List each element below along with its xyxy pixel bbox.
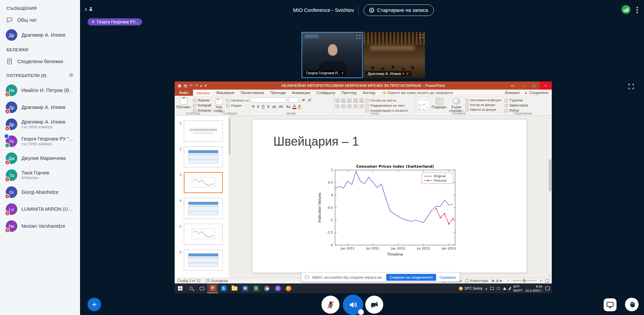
start-button[interactable] (175, 283, 186, 293)
taskbar-excel-icon[interactable]: X (251, 283, 261, 293)
webcam-tile-georgi[interactable]: Георги Георгиев Р...▾ (301, 32, 363, 78)
presentation-fullscreen-icon[interactable] (628, 84, 634, 91)
thumbnail-scrollbar[interactable] (228, 116, 231, 278)
webcam-tile-dragomir[interactable]: Драгомир А. Илиев▾ (364, 32, 425, 78)
toggle-userlist-button[interactable]: ‹ (85, 5, 94, 12)
user-list-item[interactable]: ТаТаня ГорчевМобилен (0, 167, 80, 184)
connection-status-icon[interactable] (622, 5, 630, 14)
slide-thumbnail-2[interactable]: 2 (177, 146, 231, 167)
ppt-tab[interactable]: Анимации (289, 90, 313, 96)
shape-gallery[interactable]: \ □ ○ △ ▭ ◇ ☆ ⇒ + ≈ ∞ ⊕ ▴▾ (417, 97, 430, 111)
tray-pen-icon[interactable] (509, 287, 511, 290)
font-format-button[interactable]: A (297, 104, 301, 109)
font-format-button[interactable]: S (266, 105, 270, 109)
close-button[interactable]: × (540, 81, 552, 90)
search-button[interactable] (186, 283, 196, 293)
user-list-item[interactable]: ГеГеорги Георгиев РУ "Ангел Кънч...със W… (0, 133, 80, 150)
view-switcher-icons[interactable]: ▦▤▶ (491, 279, 504, 282)
editing-item[interactable]: Търсене (505, 98, 528, 102)
raise-hand-button[interactable] (625, 298, 639, 311)
webcam-fullscreen-icon[interactable] (419, 34, 423, 40)
hide-notice-button[interactable]: Скриване (440, 275, 456, 279)
taskbar-clock[interactable]: 9:34 21.5.2022 г. (525, 284, 542, 293)
line-spacing-icon[interactable] (359, 99, 364, 103)
talking-indicator[interactable]: Георги Георгиев РУ... (87, 18, 142, 25)
ppt-tab[interactable]: Преходи (267, 90, 289, 96)
slideshow-icon[interactable]: ▸ (200, 84, 202, 88)
sidebar-item-private-chat[interactable]: Др Драгомир А. Илиев (0, 26, 80, 43)
tray-monitor-icon[interactable] (490, 287, 494, 290)
language-indicator[interactable]: български (206, 279, 228, 283)
language-tray[interactable]: БГР BGPT (513, 284, 522, 293)
ppt-tab[interactable]: Вмъкване (213, 90, 237, 96)
drawing-item[interactable]: Запълване на фигура (465, 98, 501, 102)
paragraph-item[interactable]: Посока на текста (366, 98, 408, 102)
webcam-name-tag[interactable]: Драгомир А. Илиев▾ (365, 71, 412, 76)
user-list-item[interactable]: NeNestan Varshanidze (0, 218, 80, 235)
zoom-slider[interactable] (513, 280, 536, 281)
paragraph-item[interactable]: Подравняване на текст (366, 104, 408, 107)
tell-me-box[interactable]: Кажете ми какво искате да направите (383, 90, 453, 96)
zoom-out-button[interactable]: − (507, 279, 509, 283)
actions-plus-button[interactable]: + (87, 298, 101, 311)
user-list-item[interactable]: ИвИвайло И. Петров (Вие) (0, 82, 80, 99)
minimize-button[interactable]: – (518, 81, 529, 90)
font-format-button[interactable]: П (261, 105, 266, 109)
redo-icon[interactable]: ↷ (195, 84, 198, 88)
start-recording-button[interactable]: Стартиране на записа (364, 4, 434, 16)
ppt-tab[interactable]: Начало (193, 90, 213, 96)
gallery-scroll-icons[interactable]: ▴▾ (427, 98, 429, 110)
indent-increase-icon[interactable] (353, 99, 358, 103)
paste-button[interactable]: Постави▾ (176, 97, 191, 109)
slide-thumbnail-6[interactable]: 6 (177, 249, 231, 271)
comments-toggle[interactable]: Коментари (465, 279, 488, 283)
maximize-button[interactable]: □ (529, 81, 540, 90)
grow-font-icon[interactable]: А▴ (301, 98, 306, 102)
clipboard-item[interactable]: Копирай (193, 104, 212, 107)
save-icon[interactable]: ▤ (183, 84, 187, 88)
stop-sharing-button[interactable]: Спиране на споделянето (386, 274, 436, 281)
columns-icon[interactable] (359, 105, 364, 108)
taskbar-weather[interactable]: 16°C Sunny (459, 286, 482, 290)
slide-thumbnail-5[interactable]: 5 (177, 224, 231, 245)
slides-item[interactable]: Раздел (226, 104, 249, 107)
bullets-icon[interactable] (335, 99, 339, 103)
slide-scrollbar[interactable]: ▴▾ (547, 116, 552, 278)
indent-decrease-icon[interactable] (347, 99, 352, 103)
slides-item[interactable]: Начално състояние (226, 98, 249, 102)
clipboard-item[interactable]: Изрежи (193, 98, 212, 102)
numbering-icon[interactable] (341, 99, 346, 103)
action-center-icon[interactable] (545, 286, 550, 290)
ribbon-display-options-button[interactable]: ▭ (507, 81, 518, 90)
share-button[interactable]: Споделяне (524, 91, 548, 95)
user-list-item[interactable]: ДрДрагомир А. Илиев (0, 99, 80, 116)
tray-speaker-icon[interactable] (497, 287, 500, 290)
slide-thumbnail-1[interactable]: 1 (177, 121, 231, 142)
drawing-item[interactable]: Ефекти на фигура (465, 108, 501, 111)
slide-thumbnail-3[interactable]: 3 (177, 172, 231, 193)
drawing-item[interactable]: Контур на фигура (465, 103, 501, 107)
webcam-name-tag[interactable]: Георги Георгиев Р...▾ (304, 70, 346, 76)
font-format-button[interactable]: К (256, 105, 260, 109)
presentation-toggle-button[interactable] (604, 298, 617, 311)
font-name-combo[interactable]: ▾ (251, 97, 288, 103)
fit-slide-icon[interactable] (545, 279, 549, 282)
taskbar-word-icon[interactable]: W (240, 283, 251, 293)
taskbar-chrome-icon[interactable] (261, 283, 272, 293)
font-format-button[interactable]: A (292, 104, 296, 109)
font-format-button[interactable]: Aa (285, 105, 291, 109)
ppt-tab[interactable]: Файл (175, 90, 193, 96)
user-list-item[interactable]: LuLUMINITA MIRON (ULIM) (0, 201, 80, 218)
ppt-tab[interactable]: Проектиране (237, 90, 267, 96)
taskbar-powerpoint-icon[interactable]: P (207, 283, 218, 293)
align-center-icon[interactable] (341, 105, 346, 108)
zoom-in-button[interactable]: + (540, 279, 542, 283)
sidebar-item-shared-notes[interactable]: Споделени бележки (0, 55, 80, 68)
align-left-icon[interactable] (335, 105, 339, 108)
webcam-fullscreen-icon[interactable] (356, 34, 360, 40)
current-slide[interactable]: Швейцария – 1 Consumer Prices Index (Swi… (252, 119, 527, 273)
tray-network-icon[interactable] (503, 287, 506, 290)
manage-users-gear-icon[interactable] (68, 72, 74, 79)
shrink-font-icon[interactable]: А▾ (307, 98, 312, 102)
new-slide-button[interactable]: Нов слайд▾ (213, 97, 225, 113)
